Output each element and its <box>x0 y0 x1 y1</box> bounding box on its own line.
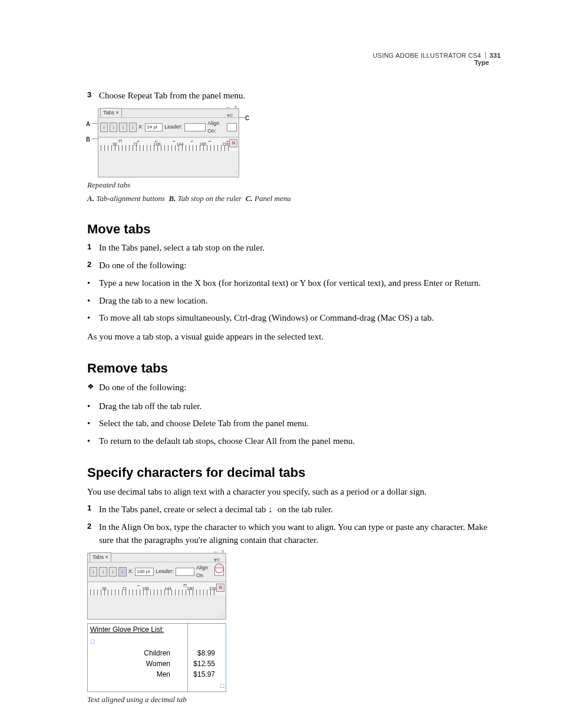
figure-caption-title: Repeated tabs <box>87 180 501 191</box>
move-step-2: 2 Do one of the following: <box>87 259 501 272</box>
window-controls-2[interactable]: – ×▾≡ <box>214 548 226 565</box>
text-handle-right: ◻ <box>220 682 224 689</box>
resize-handle[interactable]: ⋰ <box>233 169 238 176</box>
figure2-caption: Text aligned using a decimal tab <box>87 694 501 706</box>
x-field[interactable]: 24 pt <box>145 123 163 131</box>
callout-c: C <box>245 114 249 123</box>
figure-repeated-tabs: A B C – ×▾≡ Tabs × ↓ ↓ ↓ ↓ X: <box>87 108 501 205</box>
tabs-panel: – ×▾≡ Tabs × ↓ ↓ ↓ ↓ X: 24 pt Leader: Al… <box>98 108 239 177</box>
leader-label: Leader: <box>164 123 183 131</box>
price-row: Men$15.97 <box>88 669 226 680</box>
callout-a: A <box>86 120 90 129</box>
decimal-intro: You use decimal tabs to align text with … <box>87 486 501 499</box>
move-bullet-3: •To move all tab stops simultaneously, C… <box>87 312 501 325</box>
window-controls[interactable]: – ×▾≡ <box>227 103 239 120</box>
text-handle-left: ◻ <box>90 638 95 644</box>
decimal-guide-line <box>187 623 188 692</box>
remove-bullet-3: •To return to the default tab stops, cho… <box>87 435 501 448</box>
leader-label-2: Leader: <box>156 568 174 575</box>
page-header: USING ADOBE ILLUSTRATOR CS4 331 Type <box>87 52 501 66</box>
leader-field-2[interactable] <box>176 568 194 576</box>
x-label: X: <box>138 123 144 131</box>
tab-center-align-icon[interactable]: ↓ <box>110 123 117 132</box>
callout-b: B <box>86 136 90 144</box>
heading-move-tabs: Move tabs <box>87 220 501 239</box>
header-product: USING ADOBE ILLUSTRATOR CS4 <box>373 52 481 59</box>
remove-bullet-2: •Select the tab, and choose Delete Tab f… <box>87 417 501 430</box>
move-after-text: As you move a tab stop, a visual guide a… <box>87 331 501 344</box>
decimal-tab-icon: ↓ <box>268 503 275 516</box>
step-3: 3 Choose Repeat Tab from the panel menu. <box>87 90 501 103</box>
align-on-highlight-circle <box>214 564 224 573</box>
price-row: Women$12.55 <box>88 658 226 669</box>
tabs-panel-2: – ×▾≡ Tabs × ↓ ↓ ↓ ↓ X: 100 pt Leader: A… <box>87 553 226 620</box>
move-step-1: 1 In the Tabs panel, select a tab stop o… <box>87 242 501 255</box>
heading-remove-tabs: Remove tabs <box>87 359 501 378</box>
heading-decimal-tabs: Specify characters for decimal tabs <box>87 463 501 482</box>
figure-decimal-tab: – ×▾≡ Tabs × ↓ ↓ ↓ ↓ X: 100 pt Leader: A… <box>87 553 501 706</box>
header-section: Type <box>87 59 489 66</box>
step-number: 3 <box>87 90 99 103</box>
tab-ruler[interactable]: ⊓⌐⌐⌐⌐⌐⌐ 36 72 108 144 180 216 ⋒ <box>98 137 239 151</box>
panel-tab[interactable]: Tabs × <box>100 108 122 117</box>
step-text: Choose Repeat Tab from the panel menu. <box>99 90 245 103</box>
price-row: Children$8.99 <box>88 648 226 658</box>
page-number: 331 <box>485 52 501 59</box>
tab-left-align-icon[interactable]: ↓ <box>100 123 108 132</box>
move-bullet-2: •Drag the tab to a new location. <box>87 295 501 308</box>
tab-right-align-icon[interactable]: ↓ <box>119 123 127 132</box>
figure-legend: A. Tab-alignment buttons B. Tab stop on … <box>87 193 501 205</box>
snap-icon[interactable]: ⋒ <box>229 139 237 147</box>
resize-handle-2[interactable]: ⋰ <box>220 611 225 618</box>
x-label-2: X: <box>128 568 134 575</box>
tab-decimal-align-icon[interactable]: ↓ <box>129 123 137 132</box>
remove-bullet-1: •Drag the tab off the tab ruler. <box>87 400 501 413</box>
align-on-field[interactable] <box>227 123 237 131</box>
x-field-2[interactable]: 100 pt <box>135 568 154 576</box>
decimal-step-2: 2 In the Align On box, type the characte… <box>87 521 501 547</box>
tab-decimal-align-icon-2[interactable]: ↓ <box>118 567 126 577</box>
tab-ruler-2[interactable]: ⌐⊓ 36 72 108 144 180 216 ⋒ <box>88 582 226 595</box>
price-list-title: Winter Glove Price List: <box>88 624 226 635</box>
page: USING ADOBE ILLUSTRATOR CS4 331 Type 3 C… <box>0 0 562 728</box>
snap-icon-2[interactable]: ⋒ <box>216 584 224 592</box>
remove-lead: ❖Do one of the following: <box>87 381 501 394</box>
tab-right-align-icon-2[interactable]: ↓ <box>109 567 117 577</box>
leader-field[interactable] <box>184 123 206 131</box>
tab-center-align-icon-2[interactable]: ↓ <box>99 567 107 577</box>
align-on-label-2: Align On <box>196 564 213 579</box>
move-bullet-1: •Type a new location in the X box (for h… <box>87 277 501 290</box>
tab-left-align-icon-2[interactable]: ↓ <box>90 567 97 577</box>
decimal-step-1: 1 In the Tabs panel, create or select a … <box>87 503 501 516</box>
align-on-label: Align On: <box>207 120 225 135</box>
price-list-sample: Winter Glove Price List: ◻ Children$8.99… <box>87 623 226 692</box>
panel-tab-2[interactable]: Tabs × <box>90 552 111 562</box>
